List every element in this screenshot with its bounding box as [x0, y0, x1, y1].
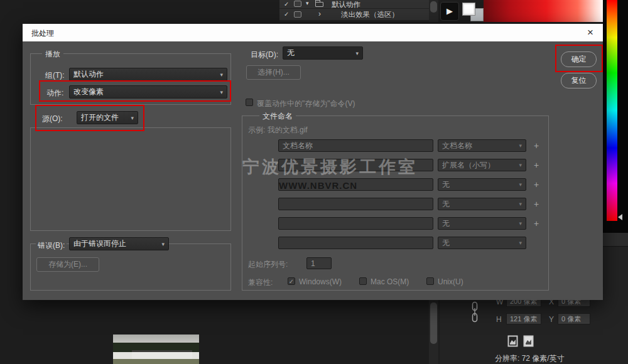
action-row[interactable]: ✓ › 淡出效果（选区） — [279, 9, 429, 20]
color-saturation-gradient[interactable] — [484, 0, 604, 22]
destination-dropdown[interactable]: 无 ▾ — [283, 46, 363, 60]
action-set-row[interactable]: ✓ ▾ 默认动作 — [279, 0, 429, 8]
action-set-name[interactable]: 默认动作 — [332, 0, 360, 9]
dropdown-arrow-icon: ▾ — [220, 72, 223, 78]
scrollbar-thumb[interactable] — [430, 302, 437, 344]
naming-field-3[interactable] — [278, 178, 433, 191]
naming-select-value: 扩展名（小写） — [442, 160, 495, 171]
compat-macos-checkbox[interactable] — [359, 277, 367, 285]
dialog-toggle-icon[interactable] — [294, 1, 301, 7]
dropdown-arrow-icon: ▾ — [519, 162, 522, 168]
disclosure-open-icon[interactable]: ▾ — [306, 0, 309, 6]
plus-icon: + — [534, 199, 539, 209]
naming-field-5[interactable] — [278, 217, 433, 230]
action-label: 动作: — [46, 88, 63, 99]
serial-input[interactable] — [306, 257, 332, 269]
dropdown-arrow-icon: ▾ — [220, 89, 223, 95]
file-naming-legend: 文件命名 — [259, 111, 296, 122]
naming-field-2[interactable] — [278, 159, 433, 171]
override-checkbox[interactable] — [246, 99, 253, 106]
dropdown-arrow-icon: ▾ — [355, 50, 359, 56]
compat-macos-label: Mac OS(M) — [371, 277, 409, 286]
set-value: 默认动作 — [73, 69, 104, 80]
image-thumbnail-icon[interactable] — [507, 335, 518, 347]
close-icon[interactable]: × — [582, 25, 599, 40]
y-field[interactable]: 0 像素 — [558, 313, 590, 324]
reset-button[interactable]: 复位 — [561, 73, 597, 88]
dropdown-arrow-icon: ▾ — [131, 115, 134, 121]
compat-windows-checkbox[interactable]: ✓ — [288, 277, 295, 285]
dialog-titlebar[interactable]: 批处理 × — [23, 24, 603, 41]
override-label: 覆盖动作中的"存储为"命令(V) — [257, 99, 355, 109]
foreground-color-chip[interactable] — [462, 3, 475, 16]
scrollbar-thumb[interactable] — [430, 1, 437, 13]
naming-select-2[interactable]: 扩展名（小写） ▾ — [438, 159, 526, 171]
naming-select-5[interactable]: 无 ▾ — [438, 217, 526, 230]
y-label: Y — [549, 315, 554, 324]
include-check-icon[interactable]: ✓ — [284, 1, 289, 8]
dropdown-arrow-icon: ▾ — [161, 241, 165, 247]
naming-select-value: 无 — [442, 199, 450, 210]
photo-house — [132, 350, 192, 359]
source-dropdown[interactable]: 打开的文件 ▾ — [77, 111, 138, 124]
photoshop-screen: ✓ ▾ 默认动作 ✓ › 淡出效果（选区） ▶ W 200 像素 X 0 像素 … — [0, 0, 628, 364]
compatibility-label: 兼容性: — [248, 277, 273, 288]
naming-select-3[interactable]: 无 ▾ — [438, 178, 526, 191]
play-icon: ▶ — [447, 6, 453, 16]
height-label: H — [496, 315, 502, 324]
action-value: 改变像素 — [73, 87, 104, 97]
naming-select-4[interactable]: 无 ▾ — [438, 198, 526, 210]
batch-dialog: 批处理 × 播放 组(T): 默认动作 ▾ 动作: 改变像素 ▾ 源(O): 打… — [23, 24, 603, 300]
dropdown-arrow-icon: ▾ — [519, 201, 522, 207]
folder-icon — [315, 2, 323, 7]
photo-thumbnail — [113, 335, 199, 364]
height-field[interactable]: 121 像素 — [506, 313, 541, 324]
naming-select-value: 无 — [442, 218, 450, 229]
compat-unix-checkbox[interactable] — [426, 277, 434, 285]
action-dropdown[interactable]: 改变像素 ▾ — [69, 85, 227, 99]
play-legend: 播放 — [42, 49, 63, 60]
save-as-button[interactable]: 存储为(E)... — [36, 257, 99, 272]
error-dropdown[interactable]: 由于错误而停止 ▾ — [69, 237, 169, 250]
dropdown-arrow-icon: ▾ — [519, 240, 522, 246]
action-name[interactable]: 淡出效果（选区） — [341, 10, 399, 19]
naming-field-6[interactable] — [278, 237, 433, 249]
actions-panel: ✓ ▾ 默认动作 ✓ › 淡出效果（选区） — [279, 0, 429, 22]
naming-field-1[interactable] — [278, 139, 433, 152]
dropdown-arrow-icon: ▾ — [519, 220, 522, 227]
include-check-icon[interactable]: ✓ — [284, 11, 289, 18]
plus-icon: + — [534, 179, 539, 190]
ok-button[interactable]: 确定 — [561, 51, 597, 67]
dialog-title: 批处理 — [31, 28, 54, 39]
source-value: 打开的文件 — [81, 112, 119, 123]
hue-slider-marker[interactable] — [618, 214, 622, 220]
error-label: 错误(B): — [36, 240, 67, 251]
naming-field-4[interactable] — [278, 198, 433, 210]
plus-icon: + — [534, 141, 539, 151]
disclosure-closed-icon[interactable]: › — [318, 9, 321, 18]
hue-slider[interactable] — [607, 0, 617, 221]
naming-select-1[interactable]: 文档名称 ▾ — [438, 139, 526, 152]
image-thumbnail-icon[interactable] — [523, 335, 534, 347]
photo-ground — [113, 359, 199, 364]
destination-value: 无 — [287, 48, 295, 58]
compat-unix-label: Unix(U) — [438, 277, 463, 286]
play-button[interactable]: ▶ — [440, 2, 459, 21]
panel-scrollbar[interactable] — [429, 300, 438, 364]
plus-icon: + — [534, 160, 539, 170]
naming-select-value: 无 — [442, 179, 450, 190]
naming-select-value: 无 — [442, 238, 450, 249]
actions-scrollbar[interactable] — [429, 0, 438, 22]
dialog-toggle-icon[interactable] — [294, 11, 301, 18]
naming-select-6[interactable]: 无 ▾ — [438, 237, 526, 249]
error-value: 由于错误而停止 — [73, 238, 126, 249]
set-dropdown[interactable]: 默认动作 ▾ — [69, 68, 227, 81]
dropdown-arrow-icon: ▾ — [519, 181, 522, 188]
source-label: 源(O): — [42, 114, 63, 124]
destination-label: 目标(D): — [251, 50, 278, 60]
choose-button[interactable]: 选择(H)... — [246, 65, 301, 80]
link-dimensions-icon[interactable] — [471, 301, 479, 323]
naming-example: 示例: 我的文档.gif — [248, 125, 308, 136]
check-icon: ✓ — [289, 278, 294, 285]
compat-windows-label: Windows(W) — [299, 277, 342, 286]
